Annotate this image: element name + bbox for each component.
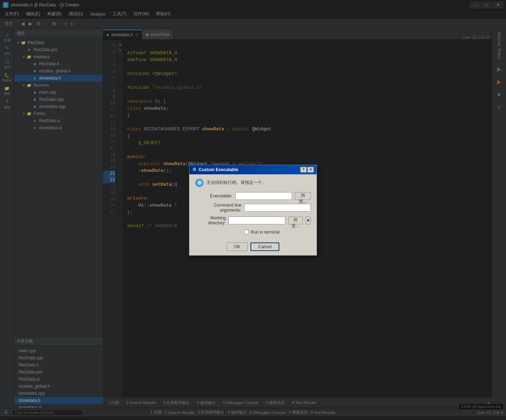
dialog-icon: ⚙: [192, 167, 197, 172]
dialog-title-bar: ⚙ Custom Executable ? ✕: [189, 165, 317, 174]
dialog-overlay: ⚙ Custom Executable ? ✕ ⚙ 无法找到执行档。请指定一个。…: [0, 0, 506, 420]
dialog-title-icons: ? ✕: [300, 167, 314, 173]
dialog-help-btn[interactable]: ?: [300, 167, 307, 173]
dialog-message-text: 无法找到执行档。请指定一个。: [206, 180, 266, 186]
executable-input[interactable]: [235, 192, 292, 200]
custom-executable-dialog: ⚙ Custom Executable ? ✕ ⚙ 无法找到执行档。请指定一个。…: [189, 165, 317, 256]
ok-button[interactable]: OK: [227, 242, 248, 251]
dialog-executable-row: Executable: 浏览...: [195, 192, 311, 200]
cmdline-label: Command line arguments:: [195, 203, 241, 213]
executable-label: Executable:: [195, 193, 232, 198]
workdir-input[interactable]: [228, 217, 285, 224]
executable-browse-btn[interactable]: 浏览...: [295, 192, 311, 200]
dialog-buttons: OK Cancel: [195, 242, 311, 251]
dialog-cmdline-row: Command line arguments:: [195, 203, 311, 213]
dialog-workdir-row: Working directory: 浏览... ▼: [195, 216, 311, 225]
dialog-message: ⚙ 无法找到执行档。请指定一个。: [195, 179, 311, 187]
terminal-label: Run in terminal: [251, 230, 280, 235]
workdir-browse-btn[interactable]: 浏览...: [288, 217, 303, 224]
dialog-info-icon: ⚙: [195, 179, 204, 187]
workdir-extra-btn[interactable]: ▼: [306, 217, 311, 224]
dialog-terminal-row: Run in terminal: [244, 230, 311, 235]
workdir-label: Working directory:: [195, 216, 226, 225]
dialog-close-btn[interactable]: ✕: [307, 167, 314, 173]
dialog-title-text: Custom Executable: [199, 167, 300, 172]
terminal-checkbox[interactable]: [244, 230, 249, 234]
cancel-button[interactable]: Cancel: [251, 242, 279, 251]
cmdline-input[interactable]: [244, 204, 311, 212]
dialog-form: Executable: 浏览... Command line arguments…: [195, 192, 311, 251]
dialog-body: ⚙ 无法找到执行档。请指定一个。 Executable: 浏览... Comma…: [189, 174, 317, 255]
